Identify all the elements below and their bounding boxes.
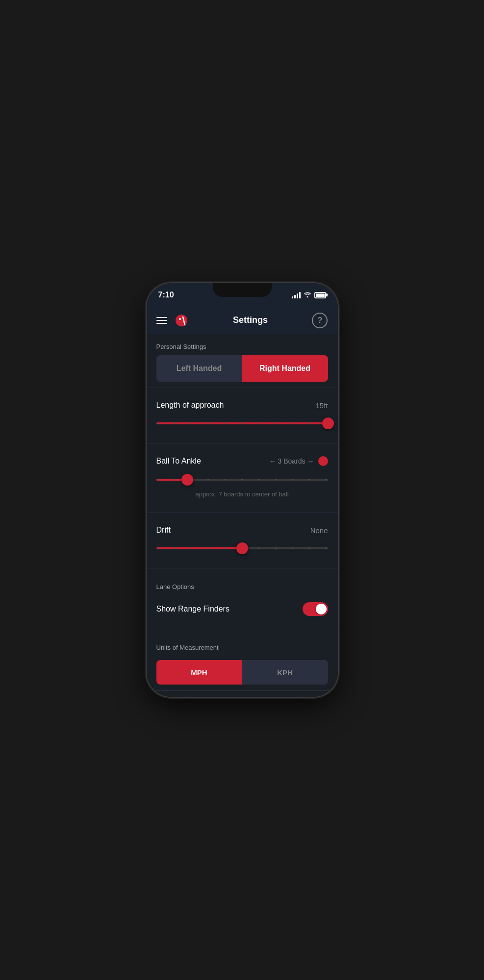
settings-content: Personal Settings Left Handed Right Hand…	[147, 334, 338, 697]
lane-options-section-header: Lane Options	[147, 574, 338, 595]
length-of-approach-track	[156, 422, 328, 424]
ball-to-ankle-slider-container: approx. 7 boards to center of ball	[147, 468, 338, 507]
app-header: Settings ?	[147, 307, 338, 334]
length-of-approach-thumb[interactable]	[322, 417, 334, 429]
divider-5	[147, 629, 338, 629]
header-left	[156, 313, 189, 328]
status-time: 7:10	[158, 291, 174, 299]
range-finders-toggle[interactable]	[303, 602, 328, 616]
svg-point-1	[179, 318, 181, 320]
phone-inner: 7:10	[147, 283, 338, 697]
notch	[213, 283, 272, 297]
ball-to-ankle-hint: approx. 7 boards to center of ball	[156, 489, 328, 502]
divider-1	[147, 388, 338, 388]
units-toggle[interactable]: MPH KPH	[156, 660, 328, 685]
ball-to-ankle-value: ← 3 Boards →	[269, 456, 328, 466]
personal-settings-section-header: Personal Settings	[147, 334, 338, 355]
right-handed-button[interactable]: Right Handed	[242, 355, 328, 382]
ball-to-ankle-row: Ball To Ankle ← 3 Boards →	[147, 449, 338, 468]
drift-value: None	[310, 526, 328, 535]
toggle-knob	[316, 604, 327, 614]
status-icons	[292, 291, 326, 299]
length-of-approach-value: 15ft	[315, 401, 328, 410]
left-handed-button[interactable]: Left Handed	[156, 355, 242, 382]
show-range-finders-row: Show Range Finders	[147, 595, 338, 623]
length-of-approach-row: Length of approach 15ft	[147, 394, 338, 412]
svg-point-0	[176, 315, 187, 326]
page-title: Settings	[233, 315, 268, 325]
drift-slider-container	[147, 537, 338, 562]
length-of-approach-label: Length of approach	[156, 401, 224, 410]
wifi-icon	[304, 291, 311, 299]
drift-label: Drift	[156, 526, 171, 535]
app-logo	[174, 313, 189, 328]
length-of-approach-slider-container	[147, 412, 338, 437]
kph-button[interactable]: KPH	[242, 660, 328, 685]
menu-icon[interactable]	[156, 317, 167, 324]
boards-info-icon[interactable]	[318, 456, 328, 466]
drift-thumb[interactable]	[236, 542, 248, 554]
help-button[interactable]: ?	[312, 313, 328, 328]
divider-2	[147, 443, 338, 443]
units-section-header: Units of Measurement	[147, 635, 338, 656]
show-range-finders-label: Show Range Finders	[156, 605, 229, 613]
battery-icon	[314, 292, 326, 298]
ball-to-ankle-track	[156, 479, 328, 481]
handed-toggle[interactable]: Left Handed Right Handed	[156, 355, 328, 382]
divider-6	[147, 690, 338, 691]
divider-3	[147, 513, 338, 513]
drift-track	[156, 547, 328, 549]
slider-dots-1	[156, 423, 328, 424]
drift-row: Drift None	[147, 519, 338, 537]
mph-button[interactable]: MPH	[156, 660, 242, 685]
ball-to-ankle-label: Ball To Ankle	[156, 457, 201, 466]
ball-to-ankle-thumb[interactable]	[181, 474, 193, 486]
phone-frame: 7:10	[147, 283, 338, 697]
divider-4	[147, 568, 338, 568]
signal-bars-icon	[292, 292, 301, 298]
